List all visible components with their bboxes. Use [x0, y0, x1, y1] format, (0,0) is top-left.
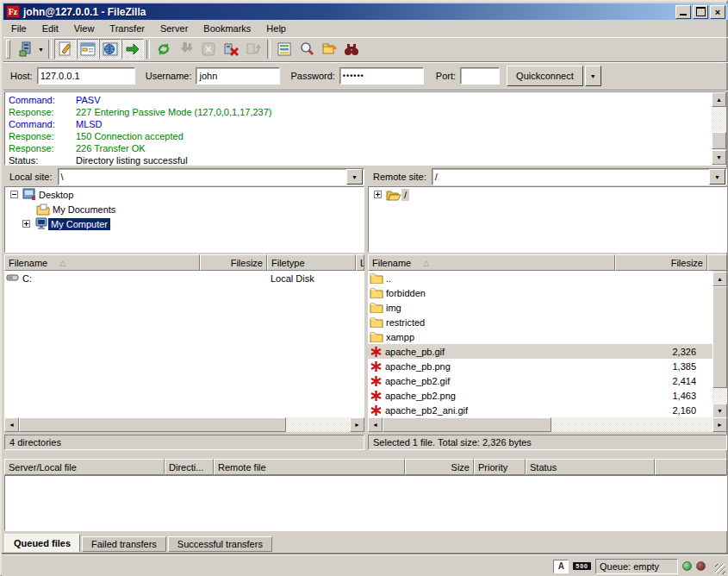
password-input[interactable] [340, 68, 423, 84]
toggle-message-log-button[interactable] [54, 39, 77, 59]
tree-item-my-computer[interactable]: My Computer [5, 216, 364, 231]
transfer-type-indicator[interactable]: A [553, 560, 569, 573]
menu-transfer[interactable]: Transfer [102, 21, 152, 36]
column-filesize[interactable]: Filesize [615, 254, 707, 271]
quickconnect-dropdown-button[interactable]: ▼ [585, 66, 601, 86]
tree-item-my-documents[interactable]: My Documents [5, 202, 364, 216]
menu-file[interactable]: File [3, 21, 34, 36]
column-status[interactable]: Status [526, 459, 655, 475]
scroll-up-button[interactable]: ▲ [712, 272, 727, 286]
directory-listing-filters-button[interactable] [273, 39, 296, 59]
remote-site-combo[interactable]: / ▼ [432, 168, 727, 185]
tab-failed-transfers[interactable]: Failed transfers [82, 536, 166, 552]
toolbar-grip[interactable] [6, 40, 10, 59]
chevron-down-icon[interactable]: ▼ [709, 169, 725, 185]
quickconnect-bar: Host: Username: Password: Port: Quickcon… [3, 62, 728, 91]
remote-file-row[interactable]: apache_pb.png1,385 [368, 359, 712, 373]
scroll-right-button[interactable]: ► [712, 417, 727, 432]
menu-edit[interactable]: Edit [34, 21, 66, 36]
file-name: apache_pb2.png [385, 391, 456, 401]
speed-limits-icon[interactable]: 500 [573, 562, 591, 570]
toggle-transfer-queue-button[interactable] [121, 39, 144, 59]
column-size[interactable]: Size [405, 459, 474, 475]
minimize-button[interactable] [675, 5, 691, 19]
menu-bookmarks[interactable]: Bookmarks [196, 21, 258, 36]
my-documents-icon [36, 203, 50, 216]
host-input[interactable] [38, 68, 134, 84]
file-size: 1,463 [615, 391, 701, 401]
local-horizontal-scrollbar[interactable]: ◄ ► [4, 417, 364, 432]
resize-grip[interactable] [715, 564, 725, 574]
collapse-icon[interactable] [10, 191, 18, 198]
scroll-down-button[interactable]: ▼ [712, 404, 727, 418]
refresh-button[interactable] [152, 39, 175, 59]
remote-file-row[interactable]: xampp [368, 329, 712, 344]
message-log: Command:PASV Response:227 Entering Passi… [4, 91, 726, 166]
column-priority[interactable]: Priority [474, 459, 526, 475]
maximize-button[interactable] [693, 5, 708, 19]
remote-file-row[interactable]: apache_pb2_ani.gif2,160 [368, 403, 712, 417]
menu-server[interactable]: Server [152, 21, 196, 36]
remote-file-row[interactable]: forbidden [368, 285, 712, 300]
column-filesize[interactable]: Filesize [200, 254, 267, 271]
remote-file-row[interactable]: apache_pb2.gif2,414 [368, 373, 712, 388]
toggle-local-tree-button[interactable] [77, 39, 99, 59]
site-manager-button[interactable] [14, 39, 36, 59]
find-files-button[interactable] [340, 39, 363, 59]
scroll-thumb[interactable] [712, 132, 726, 149]
username-input[interactable] [196, 68, 279, 84]
scroll-thumb[interactable] [383, 417, 551, 432]
site-manager-dropdown-button[interactable]: ▼ [36, 40, 46, 59]
port-label: Port: [436, 71, 456, 81]
scroll-right-button[interactable]: ► [350, 417, 364, 432]
port-input[interactable] [461, 68, 499, 84]
activity-led-red-icon [696, 561, 706, 571]
local-site-combo[interactable]: \ ▼ [58, 168, 364, 185]
column-server-local-file[interactable]: Server/Local file [4, 459, 165, 475]
log-scrollbar[interactable]: ▲ ▼ [712, 92, 726, 165]
column-filetype[interactable]: Filetype [267, 254, 356, 271]
disconnect-button[interactable] [220, 39, 242, 59]
directory-comparison-button[interactable] [296, 39, 318, 59]
remote-file-row-selected[interactable]: apache_pb.gif2,326 [368, 344, 712, 359]
toggle-remote-tree-button[interactable] [99, 39, 121, 59]
scroll-thumb[interactable] [712, 286, 727, 388]
close-button[interactable]: × [710, 5, 725, 19]
tree-item-label: My Documents [50, 203, 118, 216]
synchronized-browsing-button[interactable] [318, 39, 340, 59]
tree-item-root[interactable]: / [369, 187, 726, 202]
close-icon: × [715, 8, 720, 16]
tab-successful-transfers[interactable]: Successful transfers [168, 536, 272, 552]
expand-icon[interactable] [374, 191, 382, 198]
scroll-left-button[interactable]: ◄ [4, 417, 19, 432]
tree-item-desktop[interactable]: Desktop [5, 187, 364, 202]
remote-vertical-scrollbar[interactable]: ▲ ▼ [712, 272, 727, 418]
local-file-row[interactable]: C: Local Disk [4, 271, 364, 285]
menu-help[interactable]: Help [258, 21, 294, 36]
remote-file-row[interactable]: apache_pb2.png1,463 [368, 388, 712, 403]
desktop-icon [22, 188, 36, 201]
chevron-down-icon[interactable]: ▼ [346, 169, 363, 185]
column-filename[interactable]: Filename△ [368, 254, 615, 271]
column-remote-file[interactable]: Remote file [214, 459, 405, 475]
remote-file-row[interactable]: restricted [368, 315, 712, 329]
local-tree-icon [79, 41, 96, 58]
remote-file-row[interactable]: .. [368, 271, 712, 285]
column-direction[interactable]: Directi... [165, 459, 214, 475]
remote-file-row[interactable]: img [368, 300, 712, 315]
minimize-icon [680, 14, 687, 16]
remote-horizontal-scrollbar[interactable]: ◄ ► [368, 417, 727, 432]
tab-queued-files[interactable]: Queued files [4, 534, 80, 552]
scroll-down-button[interactable]: ▼ [712, 150, 726, 165]
column-filename[interactable]: Filename△ [4, 254, 200, 271]
queue-list[interactable] [4, 475, 727, 531]
scroll-thumb[interactable] [19, 417, 286, 432]
local-list-header: Filename△ Filesize Filetype L [4, 254, 364, 271]
expand-icon[interactable] [22, 220, 30, 228]
column-last-modified[interactable]: L [356, 254, 364, 271]
menu-view[interactable]: View [66, 21, 103, 36]
scroll-left-button[interactable]: ◄ [368, 417, 383, 432]
quickconnect-button[interactable]: Quickconnect [507, 66, 583, 86]
scroll-up-button[interactable]: ▲ [712, 92, 726, 107]
tree-item-label: Desktop [36, 189, 76, 201]
